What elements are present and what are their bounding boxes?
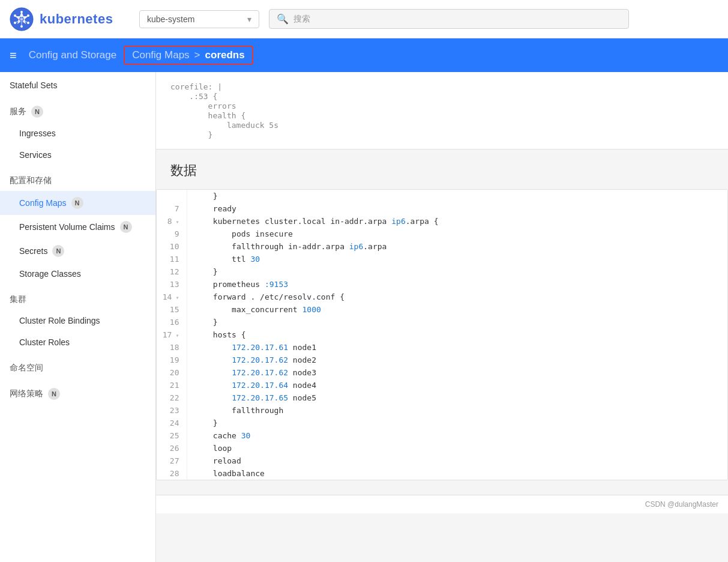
services-badge: N [31, 106, 43, 118]
sidebar-item-ingresses[interactable]: Ingresses [0, 122, 155, 144]
code-line: } [187, 190, 727, 202]
sidebar-item-storage-classes[interactable]: Storage Classes [0, 263, 155, 285]
code-line: forward . /etc/resolv.conf { [187, 291, 727, 303]
code-line: kubernetes cluster.local in-addr.arpa ip… [187, 215, 727, 228]
code-line: loadbalance [187, 467, 727, 480]
table-row: 17 hosts { [157, 328, 727, 341]
sidebar-item-config-maps[interactable]: Config Maps N [0, 191, 155, 215]
pvc-badge: N [120, 221, 132, 233]
network-policy-badge: N [48, 388, 60, 400]
sidebar-item-pvc[interactable]: Persistent Volume Claims N [0, 215, 155, 239]
sidebar-item-cluster-roles[interactable]: Cluster Roles [0, 331, 155, 353]
storage-classes-label: Storage Classes [19, 269, 81, 279]
sidebar-section-config: 配置和存储 [0, 166, 155, 191]
top-strip-text: corefile: | .:53 { errors health { lamed… [170, 82, 278, 139]
config-maps-badge: N [71, 197, 83, 209]
sidebar-section-namespace: 命名空间 [0, 353, 155, 378]
table-row: 28 loadbalance [157, 467, 727, 480]
sidebar-item-stateful-sets[interactable]: Stateful Sets [0, 72, 155, 96]
breadcrumb-box: Config Maps > coredns [124, 46, 253, 65]
table-row: 19 172.20.17.62 node2 [157, 354, 727, 366]
line-number: 18 [157, 341, 187, 354]
line-number: 27 [157, 455, 187, 467]
table-row: 18 172.20.17.61 node1 [157, 341, 727, 354]
line-number[interactable]: 14 [157, 291, 187, 303]
line-number [157, 190, 187, 202]
line-number: 9 [157, 228, 187, 240]
svg-point-6 [27, 14, 29, 17]
code-line: } [187, 417, 727, 429]
namespace-value: kube-system [147, 14, 194, 24]
breadcrumb-section[interactable]: Config and Storage [29, 49, 117, 61]
code-line: 172.20.17.61 node1 [187, 341, 727, 354]
line-number: 7 [157, 202, 187, 215]
sidebar-item-services[interactable]: Services [0, 144, 155, 166]
ingresses-label: Ingresses [19, 128, 56, 138]
table-row: 27 reload [157, 455, 727, 467]
line-number: 10 [157, 240, 187, 253]
table-row: 8 kubernetes cluster.local in-addr.arpa … [157, 215, 727, 228]
dropdown-icon: ▾ [247, 14, 251, 24]
line-number: 21 [157, 379, 187, 391]
logo-area: kubernetes [10, 7, 130, 31]
code-line: hosts { [187, 328, 727, 341]
sidebar-item-cluster-role-bindings[interactable]: Cluster Role Bindings [0, 310, 155, 331]
code-line: } [187, 265, 727, 278]
code-line: 172.20.17.62 node2 [187, 354, 727, 366]
search-area[interactable]: 🔍 搜索 [269, 9, 629, 29]
pvc-label: Persistent Volume Claims [19, 222, 115, 232]
config-maps-label: Config Maps [19, 198, 67, 208]
secrets-badge: N [52, 245, 64, 257]
sidebar-item-secrets[interactable]: Secrets N [0, 239, 155, 263]
line-number: 11 [157, 253, 187, 265]
table-row: 15 max_concurrent 1000 [157, 303, 727, 316]
breadcrumb-current: coredns [205, 49, 245, 61]
cr-label: Cluster Roles [19, 337, 70, 347]
svg-point-4 [20, 25, 23, 28]
line-number: 23 [157, 404, 187, 417]
namespace-selector[interactable]: kube-system ▾ [139, 10, 259, 28]
code-line: ready [187, 202, 727, 215]
top-strip: corefile: | .:53 { errors health { lamed… [156, 72, 728, 150]
code-line: pods insecure [187, 228, 727, 240]
section-title: 数据 [156, 150, 728, 189]
code-line: ttl 30 [187, 253, 727, 265]
code-line: max_concurrent 1000 [187, 303, 727, 316]
line-number: 15 [157, 303, 187, 316]
svg-point-8 [27, 22, 29, 24]
table-row: 25 cache 30 [157, 429, 727, 442]
line-number: 28 [157, 467, 187, 480]
table-row: 23 fallthrough [157, 404, 727, 417]
crb-label: Cluster Role Bindings [19, 316, 100, 325]
code-line: 172.20.17.62 node3 [187, 366, 727, 379]
services-section-label: 服务 [10, 106, 26, 117]
svg-point-3 [20, 11, 23, 13]
sidebar-section-cluster: 集群 [0, 285, 155, 310]
svg-point-5 [14, 14, 16, 17]
table-row: } [157, 190, 727, 202]
search-icon: 🔍 [277, 13, 289, 25]
line-number: 12 [157, 265, 187, 278]
line-number[interactable]: 8 [157, 215, 187, 228]
breadcrumb-parent[interactable]: Config Maps [132, 49, 189, 61]
main-layout: Stateful Sets 服务 N Ingresses Services 配置… [0, 72, 728, 562]
content-area: corefile: | .:53 { errors health { lamed… [156, 72, 728, 562]
line-number: 19 [157, 354, 187, 366]
table-row: 22 172.20.17.65 node5 [157, 391, 727, 404]
breadcrumb-header: ≡ Config and Storage Config Maps > cored… [0, 38, 728, 72]
code-table: } 7 ready 8 kubernetes cluster.local in-… [157, 190, 727, 480]
sidebar-section-services: 服务 N [0, 96, 155, 122]
code-line: fallthrough [187, 404, 727, 417]
line-number[interactable]: 17 [157, 328, 187, 341]
sidebar-section-network-policy: 网络策略 N [0, 378, 155, 405]
hamburger-icon[interactable]: ≡ [10, 49, 17, 62]
table-row: 11 ttl 30 [157, 253, 727, 265]
table-row: 10 fallthrough in-addr.arpa ip6.arpa [157, 240, 727, 253]
line-number: 25 [157, 429, 187, 442]
line-number: 13 [157, 278, 187, 291]
search-placeholder: 搜索 [293, 14, 310, 25]
table-row: 7 ready [157, 202, 727, 215]
namespace-section-label: 命名空间 [10, 363, 43, 373]
footer-bar: CSDN @dulangMaster [156, 495, 728, 513]
line-number: 26 [157, 442, 187, 455]
